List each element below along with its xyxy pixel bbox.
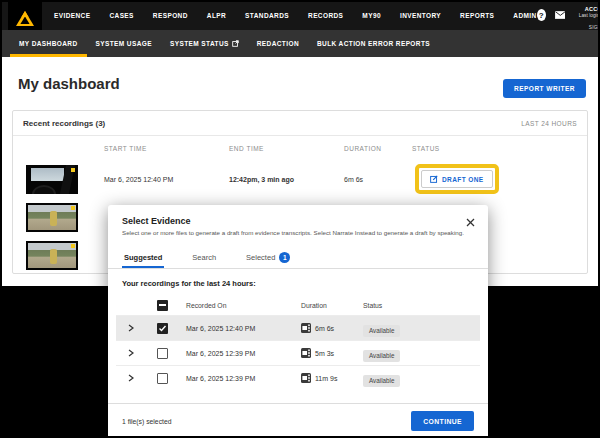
evidence-row-1[interactable]: Mar 6, 2025 12:40 PM 6m 6s Available [116, 315, 480, 340]
top-nav-item-records[interactable]: RECORDS [308, 12, 343, 19]
recent-recordings-title: Recent recordings (3) [23, 119, 105, 128]
top-nav-item-evidence[interactable]: EVIDENCE [54, 12, 90, 19]
row-checkbox-unchecked[interactable] [157, 348, 168, 359]
modal-footer: 1 file(s) selected CONTINUE [108, 403, 488, 438]
status-badge: Available [363, 350, 400, 362]
axon-logo-icon [15, 9, 35, 29]
column-start-time: START TIME [101, 145, 226, 152]
top-nav-item-my90[interactable]: MY90 [362, 12, 381, 19]
tab-selected[interactable]: Selected 1 [244, 246, 292, 268]
close-icon [466, 218, 475, 227]
modal-tabs: Suggested Search Selected 1 [108, 246, 488, 269]
compose-icon [430, 175, 438, 183]
top-nav-item-reports[interactable]: REPORTS [460, 12, 494, 19]
recording-thumbnail-street-2[interactable] [26, 241, 78, 270]
select-evidence-modal: Select Evidence Select one or more files… [108, 205, 488, 438]
subnav-item-label: MY DASHBOARD [19, 40, 78, 47]
video-icon [301, 348, 311, 358]
subnav-item-my-dashboard[interactable]: MY DASHBOARD [10, 30, 87, 57]
tab-suggested[interactable]: Suggested [122, 246, 164, 268]
column-duration: DURATION [341, 145, 409, 152]
status-badge: Available [363, 375, 400, 387]
recording-thumbnail-car-interior[interactable] [26, 165, 78, 194]
last-24-hours-label: LAST 24 HOURS [521, 120, 577, 127]
modal-section-title: Your recordings for the last 24 hours: [122, 279, 474, 288]
selected-count-badge: 1 [279, 252, 290, 263]
video-icon [301, 323, 311, 333]
evidence-row-2[interactable]: Mar 6, 2025 12:39 PM 5m 3s Available [116, 340, 480, 365]
top-nav-item-admin[interactable]: ADMIN [513, 12, 536, 19]
top-nav-item-respond[interactable]: RESPOND [153, 12, 188, 19]
tab-search[interactable]: Search [190, 246, 218, 268]
column-end-time: END TIME [226, 145, 341, 152]
top-nav-item-cases[interactable]: CASES [109, 12, 133, 19]
modal-subtitle: Select one or more files to generate a d… [122, 229, 474, 236]
status-badge: Available [363, 325, 400, 337]
files-selected-label: 1 file(s) selected [122, 418, 172, 425]
tab-label: Search [192, 253, 216, 262]
recording-thumbnail-street-1[interactable] [26, 203, 78, 232]
draft-one-button[interactable]: DRAFT ONE [421, 170, 493, 188]
evidence-row-3[interactable]: Mar 6, 2025 12:39 PM 11m 9s Available [116, 365, 480, 390]
column-status: Status [363, 302, 480, 309]
mail-icon[interactable] [555, 10, 566, 20]
subnav-item-bulk-action-error-reports[interactable]: BULK ACTION ERROR REPORTS [308, 30, 439, 57]
subnav-item-system-status[interactable]: SYSTEM STATUS [161, 30, 248, 57]
top-nav-item-inventory[interactable]: INVENTORY [400, 12, 441, 19]
modal-table-header: Recorded On Duration Status [116, 295, 480, 315]
modal-title: Select Evidence [122, 216, 474, 226]
draft-one-highlight: DRAFT ONE [415, 164, 499, 194]
row-recorded-on: Mar 6, 2025 12:39 PM [186, 350, 301, 357]
tab-label: Selected [246, 253, 275, 262]
row-recorded-on: Mar 6, 2025 12:40 PM [186, 325, 301, 332]
row-end-time: 12:42pm, 3 min ago [226, 176, 341, 183]
expand-row-chevron[interactable] [116, 349, 146, 357]
expand-row-chevron[interactable] [116, 324, 146, 332]
row-checkbox-unchecked[interactable] [157, 373, 168, 384]
last-login-label: Last login Mar 6, 2025 [578, 13, 600, 25]
row-duration: 6m 6s [341, 176, 409, 183]
continue-button[interactable]: CONTINUE [411, 411, 474, 431]
page-title: My dashboard [18, 75, 120, 92]
help-icon[interactable]: ? [537, 9, 546, 21]
row-recorded-on: Mar 6, 2025 12:39 PM [186, 375, 301, 382]
subnav-item-label: SYSTEM STATUS [170, 40, 229, 47]
subnav-item-label: REDACTION [257, 40, 299, 47]
my-account-label[interactable]: MY ACCOUNT [578, 0, 600, 13]
close-button[interactable] [464, 216, 476, 228]
report-writer-button[interactable]: REPORT WRITER [503, 79, 586, 98]
draft-one-label: DRAFT ONE [442, 176, 484, 183]
subnav-item-redaction[interactable]: REDACTION [248, 30, 308, 57]
external-link-icon [232, 40, 239, 47]
column-recorded-on: Recorded On [186, 302, 301, 309]
dashboard-sub-nav: MY DASHBOARD SYSTEM USAGE SYSTEM STATUS … [0, 30, 600, 57]
row-start-time: Mar 6, 2025 12:40 PM [101, 176, 226, 183]
subnav-item-label: BULK ACTION ERROR REPORTS [317, 40, 430, 47]
top-nav-items: EVIDENCE CASES RESPOND ALPR STANDARDS RE… [54, 12, 537, 19]
column-status: STATUS [409, 145, 587, 152]
row-duration: 6m 6s [315, 325, 334, 332]
row-duration: 11m 9s [315, 375, 337, 382]
top-nav-item-standards[interactable]: STANDARDS [245, 12, 289, 19]
tab-label: Suggested [124, 253, 162, 262]
select-all-checkbox[interactable] [157, 300, 168, 311]
expand-row-chevron[interactable] [116, 374, 146, 382]
recordings-table-header: START TIME END TIME DURATION STATUS [13, 136, 587, 160]
recording-row-1: Mar 6, 2025 12:40 PM 12:42pm, 3 min ago … [13, 160, 587, 198]
top-nav-bar: EVIDENCE CASES RESPOND ALPR STANDARDS RE… [0, 0, 600, 30]
row-checkbox-checked[interactable] [157, 323, 168, 334]
column-duration: Duration [301, 302, 363, 309]
top-nav-item-alpr[interactable]: ALPR [207, 12, 226, 19]
subnav-item-system-usage[interactable]: SYSTEM USAGE [87, 30, 161, 57]
account-block: MY ACCOUNT Last login Mar 6, 2025 SIGN O… [578, 0, 600, 31]
subnav-item-label: SYSTEM USAGE [96, 40, 152, 47]
row-duration: 5m 3s [315, 350, 334, 357]
video-icon [301, 373, 311, 383]
